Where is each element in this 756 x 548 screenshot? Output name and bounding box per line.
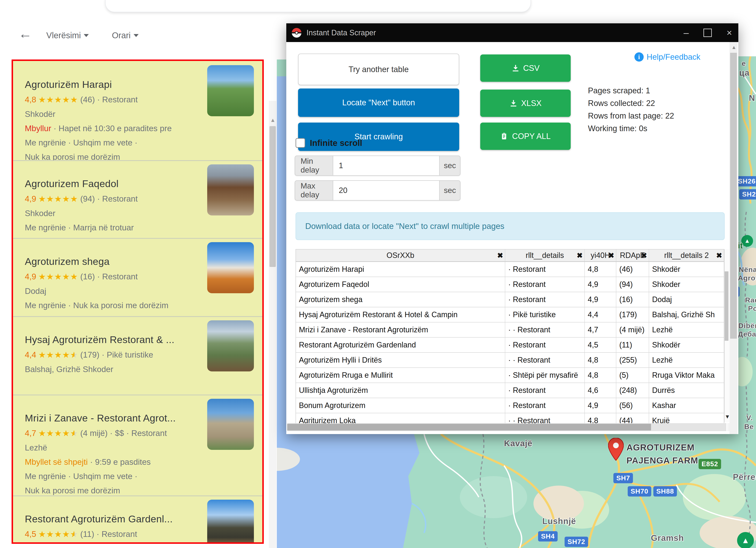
listing-photo[interactable] <box>207 65 254 116</box>
stat-line: Rows from last page: 22 <box>588 110 674 122</box>
remove-column-icon[interactable]: ✖ <box>608 251 614 260</box>
link-label: Help/Feedback <box>647 53 700 62</box>
copy-all-button[interactable]: COPY ALL <box>480 123 571 150</box>
status-extra: · 9:59 e pasdites <box>90 457 151 466</box>
poi-pin-icon[interactable]: ▲ <box>737 532 754 548</box>
table-cell: · · Restorant <box>505 353 585 367</box>
close-button[interactable]: × <box>727 28 732 37</box>
app-logo-icon <box>292 28 301 38</box>
column-header[interactable]: rllt__details 2✖ <box>649 250 724 261</box>
column-header[interactable]: yi40H✖ <box>585 250 616 261</box>
listing-photo[interactable] <box>207 399 254 450</box>
scraped-data-table: OSrXXb✖rllt__details✖yi40H✖RDApE✖rllt__d… <box>296 249 724 428</box>
column-header[interactable]: OSrXXb✖ <box>296 250 505 261</box>
column-header[interactable]: rllt__details✖ <box>505 250 585 261</box>
search-bar[interactable] <box>105 0 531 12</box>
table-scroll-down-icon[interactable]: ▼ <box>725 413 730 420</box>
rating-value: 4,9 <box>25 272 36 281</box>
filter-chip-label: Orari <box>112 31 131 40</box>
column-header[interactable]: RDApE✖ <box>616 250 649 261</box>
button-label: Try another table <box>349 65 409 74</box>
map-place-label: Dibër <box>738 321 756 330</box>
maximize-button[interactable] <box>703 29 712 37</box>
listing-features: Me ngrënie · Marrja në trotuar <box>25 223 199 232</box>
half-star-icon: ★ <box>70 350 78 360</box>
column-label: rllt__details 2 <box>664 251 709 260</box>
window-titlebar[interactable]: Instant Data Scraper – × <box>286 23 738 42</box>
window-scroll-up-icon[interactable]: ▲ <box>731 44 736 50</box>
info-icon: i <box>634 52 644 62</box>
table-cell: Agroturizem Faqedol <box>296 277 505 292</box>
filter-chip-orari[interactable]: Orari <box>112 31 139 40</box>
infinite-scroll-checkbox[interactable] <box>296 138 305 148</box>
results-scrollbar-thumb[interactable] <box>269 126 276 267</box>
table-cell: (179) <box>616 307 649 322</box>
help-feedback-link[interactable]: i Help/Feedback <box>634 52 700 62</box>
table-cell: Agroturizëm Rruga e Mullirit <box>296 368 505 382</box>
remove-column-icon[interactable]: ✖ <box>497 251 503 260</box>
back-icon[interactable]: ← <box>19 27 32 40</box>
window-scrollbar-thumb[interactable] <box>730 53 737 339</box>
results-list-panel: Agroturizëm Harapi4,8★★★★★(46) · Restora… <box>12 60 264 544</box>
table-row: Agroturizem shega· Restorant4,9(16)Dodaj <box>296 292 724 307</box>
list-item[interactable]: Agroturizem shega4,9★★★★★(16) · Restoran… <box>13 238 262 316</box>
remove-column-icon[interactable]: ✖ <box>577 251 583 260</box>
button-label: Locate "Next" button <box>342 98 415 107</box>
listing-rating-row: 4,9★★★★★(16) · Restorant <box>25 272 199 281</box>
column-label: rllt__details <box>526 251 564 260</box>
clipboard-icon <box>500 132 509 141</box>
download-csv-button[interactable]: CSV <box>480 54 571 82</box>
remove-column-icon[interactable]: ✖ <box>641 251 647 260</box>
listing-photo[interactable] <box>207 500 254 542</box>
list-item[interactable]: Restorant Agroturizëm Gardenl...4,5★★★★★… <box>13 495 262 542</box>
list-item[interactable]: Hysaj Agroturizëm Restorant & ...4,4★★★★… <box>13 316 262 394</box>
download-icon <box>509 99 518 107</box>
poi-pin-icon[interactable]: ▲ <box>741 235 753 247</box>
max-delay-input[interactable] <box>333 181 440 200</box>
table-cell: (16) <box>616 292 649 307</box>
listing-photo[interactable] <box>207 320 254 371</box>
map-canvas[interactable]: Kavajë AGROTURIZEM PAJENGA FARM E852 SH7… <box>277 434 756 548</box>
min-delay-input[interactable] <box>333 156 440 175</box>
scroll-up-icon[interactable]: ▲ <box>270 117 276 123</box>
table-cell: Hysaj Agroturizëm Restorant & Hotel & Ca… <box>296 307 505 322</box>
column-label: yi40H <box>591 251 610 260</box>
max-delay-label: Max delay <box>295 181 333 200</box>
road-badge-sh4: SH4 <box>538 531 558 541</box>
min-delay-unit: sec <box>440 156 460 175</box>
listing-features: Me ngrënie · Ushqim me vete · <box>25 472 199 481</box>
map-marker-pin-icon[interactable] <box>608 438 624 461</box>
map-place-label: ца <box>739 68 749 78</box>
listing-photo[interactable] <box>207 242 254 293</box>
table-vscrollbar-thumb[interactable] <box>725 272 728 341</box>
listing-location: Shkodër <box>25 110 199 119</box>
download-xlsx-button[interactable]: XLSX <box>480 90 571 117</box>
map-place-label: Be <box>744 422 754 431</box>
map-city-label: Lushnjë <box>542 516 576 526</box>
list-item[interactable]: Agroturizëm Harapi4,8★★★★★(46) · Restora… <box>13 61 262 160</box>
table-cell: · Restorant <box>505 277 585 292</box>
table-cell: Shkoder <box>649 277 724 292</box>
list-item[interactable]: Mrizi i Zanave - Restorant Agrot...4,7★★… <box>13 394 262 495</box>
list-item[interactable]: Agroturizem Faqedol4,9★★★★★(94) · Restor… <box>13 160 262 238</box>
locate-next-button[interactable]: Locate "Next" button <box>298 89 459 117</box>
filter-chip-label: Vlerësimi <box>46 31 81 40</box>
map-strip-right[interactable]: е ца N SH26 SH26 ▲ it Nëna Agrot Rad Po … <box>738 56 756 434</box>
table-hscrollbar-thumb[interactable] <box>287 424 651 430</box>
window-title: Instant Data Scraper <box>306 28 376 37</box>
table-cell: Lezhë <box>649 322 724 337</box>
listing-title: Mrizi i Zanave - Restorant Agrot... <box>25 412 199 424</box>
remove-column-icon[interactable]: ✖ <box>716 251 722 260</box>
try-another-table-button[interactable]: Try another table <box>298 54 459 85</box>
minimize-button[interactable]: – <box>684 28 689 37</box>
table-cell: (248) <box>616 383 649 398</box>
table-cell: (56) <box>616 398 649 413</box>
listing-features: Nuk ka porosi me dorëzim <box>25 486 199 495</box>
button-label: CSV <box>523 64 540 73</box>
listing-photo[interactable] <box>207 164 254 216</box>
road-badge-sh26: SH26 <box>738 176 756 187</box>
table-cell: 4,8 <box>585 353 616 367</box>
instant-data-scraper-window: Instant Data Scraper – × Try another tab… <box>286 23 738 434</box>
filter-chip-vleresimi[interactable]: Vlerësimi <box>46 31 89 40</box>
table-cell: (5) <box>616 368 649 382</box>
